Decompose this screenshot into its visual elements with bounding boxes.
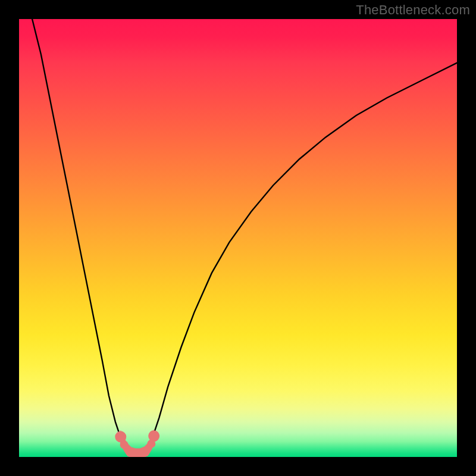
plot-area xyxy=(19,19,457,457)
marker-cluster-dots xyxy=(115,430,159,449)
marker-dot xyxy=(120,440,129,449)
left-descending-curve xyxy=(32,19,133,454)
curves-layer xyxy=(19,19,457,457)
watermark-text: TheBottleneck.com xyxy=(356,2,470,18)
outer-black-frame: TheBottleneck.com xyxy=(0,0,476,476)
right-ascending-curve xyxy=(146,63,457,454)
marker-dot xyxy=(147,440,155,448)
